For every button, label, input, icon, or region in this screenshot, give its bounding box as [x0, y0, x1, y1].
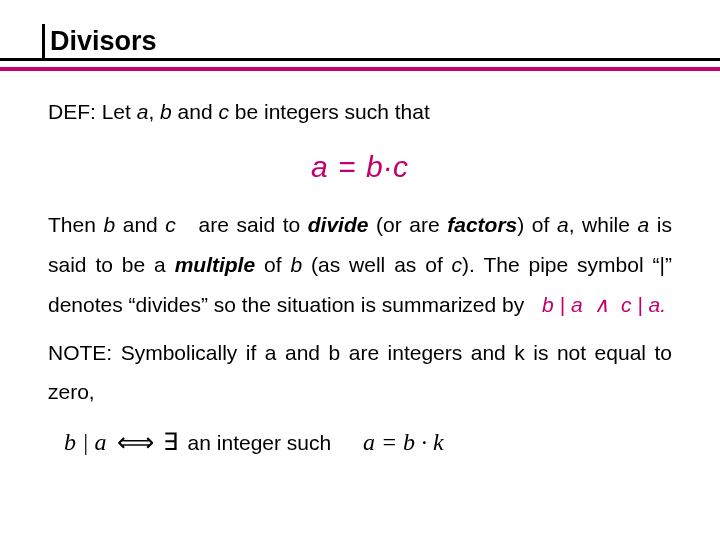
expr-a2: a: [649, 293, 661, 316]
expr-pipe2: |: [637, 293, 648, 316]
p-c: c: [165, 213, 176, 236]
p-factors: factors: [447, 213, 517, 236]
note-paragraph: NOTE: Symbolically if a and b are intege…: [48, 333, 672, 413]
title-rule-magenta: [0, 67, 720, 71]
p-a2: a: [638, 213, 650, 236]
p-c2: c: [452, 253, 463, 276]
p-b: b: [103, 213, 115, 236]
p-said1: are said to: [191, 213, 308, 236]
sym-lhs: b | a: [64, 420, 107, 466]
title-rule-black: [0, 58, 720, 61]
p-while: while: [582, 213, 637, 236]
slide-body: DEF: Let a, b and c be integers such tha…: [48, 92, 672, 468]
var-a: a: [137, 100, 149, 123]
note-text: NOTE: Symbolically if a and b are intege…: [48, 341, 672, 404]
sym-mid: an integer such: [188, 423, 332, 463]
p-a1: a: [557, 213, 569, 236]
var-b: b: [160, 100, 172, 123]
p-and: and: [123, 213, 166, 236]
sym-rhs: a = b · k: [363, 420, 444, 466]
p-comma: ,: [569, 213, 575, 236]
p-of: ) of: [517, 213, 557, 236]
p-aswell: (as well as of: [311, 253, 452, 276]
expr-wedge: ∧: [594, 293, 609, 316]
definition-line: DEF: Let a, b and c be integers such tha…: [48, 92, 672, 132]
p-divide: divide: [308, 213, 369, 236]
p-orare: (or are: [376, 213, 447, 236]
def-and: and: [178, 100, 219, 123]
iff-icon: ⟺: [117, 418, 153, 467]
def-tail: be integers such that: [235, 100, 430, 123]
center-formula: a = b·c: [48, 138, 672, 195]
title-block: Divisors: [42, 25, 682, 57]
comma1: ,: [148, 100, 160, 123]
expr-dot: .: [660, 293, 666, 316]
p-paren-dot: ).: [462, 253, 483, 276]
p-ofb: of: [264, 253, 290, 276]
symbolic-line: b | a ⟺ ∃ an integer such a = b · k: [48, 418, 672, 467]
def-prefix: DEF:: [48, 100, 102, 123]
expr-c: c: [621, 293, 632, 316]
inline-expression: b | a ∧ c | a.: [530, 293, 666, 316]
expr-pipe1: |: [560, 293, 571, 316]
var-c: c: [218, 100, 229, 123]
p-b2: b: [290, 253, 302, 276]
exists-icon: ∃: [163, 420, 178, 466]
def-let: Let: [102, 100, 137, 123]
formula-text: a = b·c: [311, 150, 409, 183]
p-multiple: multiple: [175, 253, 256, 276]
expr-a1: a: [571, 293, 583, 316]
main-paragraph: Then b and c are said to divide (or are …: [48, 205, 672, 325]
p-then: Then: [48, 213, 103, 236]
expr-b: b: [542, 293, 554, 316]
slide-title: Divisors: [42, 26, 157, 56]
